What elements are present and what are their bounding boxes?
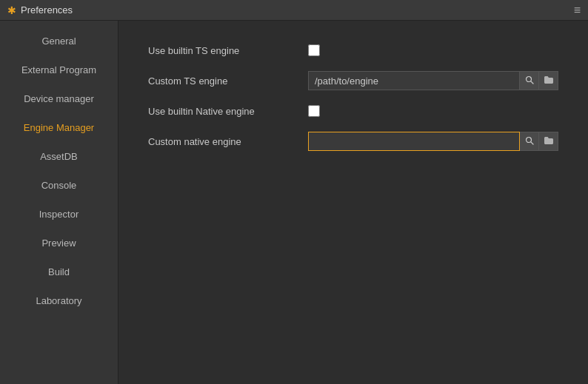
sidebar-item-label: AssetDB <box>40 151 78 162</box>
custom-native-input-group <box>308 132 558 151</box>
custom-native-row: Custom native engine <box>148 132 558 151</box>
custom-ts-row: Custom TS engine <box>148 71 558 90</box>
menu-icon[interactable]: ≡ <box>574 4 581 16</box>
sidebar-item-inspector[interactable]: Inspector <box>0 200 118 229</box>
sidebar-item-device-manager[interactable]: Device manager <box>0 84 118 113</box>
custom-ts-label: Custom TS engine <box>148 75 296 87</box>
sidebar-item-label: General <box>41 36 76 47</box>
titlebar-left: ✱ Preferences <box>7 4 73 16</box>
custom-native-label: Custom native engine <box>148 136 296 147</box>
sidebar-item-label: Device manager <box>24 93 94 104</box>
svg-line-1 <box>530 81 532 83</box>
svg-line-3 <box>530 141 532 144</box>
sidebar-item-console[interactable]: Console <box>0 171 118 200</box>
titlebar-title: Preferences <box>21 4 73 16</box>
use-builtin-native-label: Use builtin Native engine <box>148 106 296 117</box>
main-layout: General External Program Device manager … <box>0 21 588 384</box>
sidebar-item-label: Preview <box>41 238 76 249</box>
sidebar-item-engine-manager[interactable]: Engine Manager <box>0 113 118 142</box>
sidebar-item-label: Build <box>48 266 70 277</box>
search-icon <box>525 75 534 87</box>
sidebar-item-external-program[interactable]: External Program <box>0 55 118 84</box>
custom-native-search-button[interactable] <box>520 132 539 151</box>
use-builtin-native-checkbox[interactable] <box>308 105 320 117</box>
sidebar-item-label: Console <box>41 180 77 191</box>
folder-icon <box>544 136 554 147</box>
sidebar-item-label: External Program <box>21 64 96 75</box>
custom-ts-folder-button[interactable] <box>539 71 558 90</box>
use-builtin-native-row: Use builtin Native engine <box>148 105 558 117</box>
search-icon <box>525 136 534 147</box>
preferences-icon: ✱ <box>7 4 16 16</box>
folder-icon <box>544 75 554 87</box>
sidebar-item-preview[interactable]: Preview <box>0 229 118 257</box>
custom-native-folder-button[interactable] <box>539 132 558 151</box>
sidebar-item-label: Engine Manager <box>24 122 94 133</box>
custom-native-input[interactable] <box>308 132 520 151</box>
use-builtin-ts-row: Use builtin TS engine <box>148 44 558 56</box>
use-builtin-ts-checkbox[interactable] <box>308 44 320 56</box>
content-area: Use builtin TS engine Custom TS engine <box>118 21 588 384</box>
sidebar-item-build[interactable]: Build <box>0 257 118 286</box>
sidebar-item-assetdb[interactable]: AssetDB <box>0 142 118 171</box>
sidebar-item-general[interactable]: General <box>0 27 118 55</box>
custom-ts-input-group <box>308 71 558 90</box>
sidebar-item-label: Laboratory <box>36 295 81 306</box>
use-builtin-ts-label: Use builtin TS engine <box>148 45 296 56</box>
titlebar: ✱ Preferences ≡ <box>0 0 588 21</box>
sidebar-item-laboratory[interactable]: Laboratory <box>0 286 118 315</box>
sidebar: General External Program Device manager … <box>0 21 118 384</box>
sidebar-item-label: Inspector <box>39 209 78 220</box>
custom-ts-search-button[interactable] <box>520 71 539 90</box>
custom-ts-input[interactable] <box>308 71 520 90</box>
